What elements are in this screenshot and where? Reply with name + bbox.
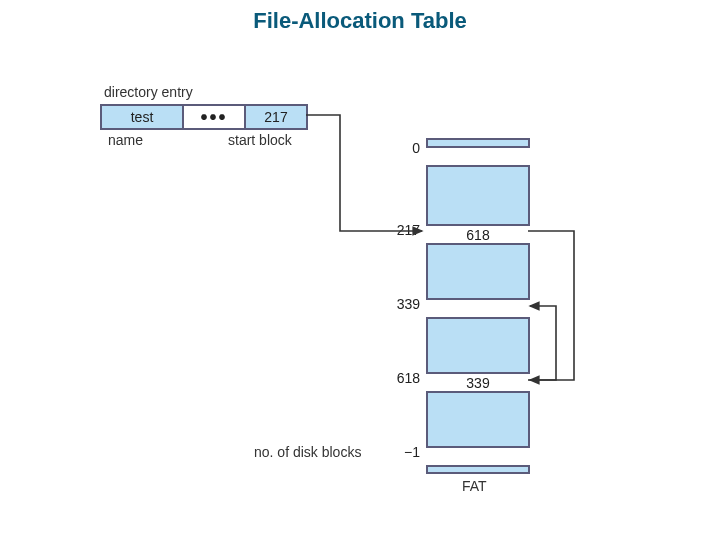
fat-index-618: 618 xyxy=(386,370,420,386)
directory-filename-cell: test xyxy=(100,104,184,130)
directory-mid-cell: ••• xyxy=(182,104,246,130)
directory-startblock-cell: 217 xyxy=(244,104,308,130)
directory-filename-text: test xyxy=(131,109,154,125)
fat-row-339 xyxy=(426,298,530,319)
fat-row-618: 339 xyxy=(426,372,530,393)
fat-row-217: 618 xyxy=(426,224,530,245)
fat-value-618: 339 xyxy=(466,375,489,391)
fat-row-0 xyxy=(426,146,530,167)
no-disk-blocks-label: no. of disk blocks xyxy=(254,444,361,460)
page-title: File-Allocation Table xyxy=(0,8,720,34)
arrow-dir-to-217 xyxy=(306,115,422,231)
fat-index-0: 0 xyxy=(398,140,420,156)
start-block-label: start block xyxy=(228,132,292,148)
directory-startblock-text: 217 xyxy=(264,109,287,125)
fat-table: 618 339 xyxy=(426,138,530,474)
fat-value-217: 618 xyxy=(466,227,489,243)
fat-index-217: 217 xyxy=(386,222,420,238)
arrow-217-to-618 xyxy=(528,231,574,380)
fat-label: FAT xyxy=(462,478,487,494)
ellipsis-icon: ••• xyxy=(200,106,227,129)
arrow-618-to-339 xyxy=(528,306,556,380)
fat-row-last xyxy=(426,446,530,467)
name-label: name xyxy=(108,132,143,148)
fat-index-339: 339 xyxy=(386,296,420,312)
fat-index-last: −1 xyxy=(392,444,420,460)
directory-entry-label: directory entry xyxy=(104,84,193,100)
